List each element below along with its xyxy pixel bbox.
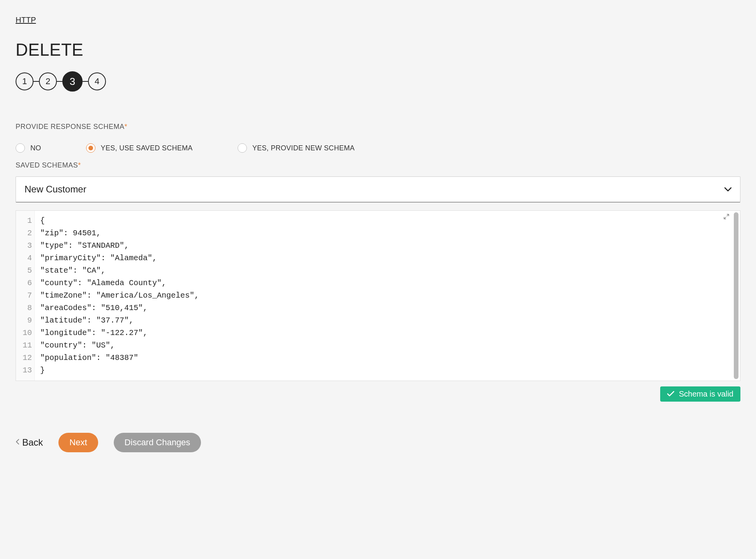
chevron-down-icon (724, 185, 731, 194)
saved-schemas-label-text: SAVED SCHEMAS (16, 161, 78, 169)
gutter-line: 4 (18, 252, 32, 265)
radio-circle-icon (16, 143, 25, 153)
required-mark-icon: * (78, 161, 81, 169)
schema-editor[interactable]: 12345678910111213 {"zip": 94501,"type": … (16, 210, 740, 381)
code-line: "primaryCity": "Alameda", (40, 252, 727, 265)
next-button[interactable]: Next (58, 433, 98, 452)
gutter-line: 9 (18, 314, 32, 327)
code-line: "type": "STANDARD", (40, 240, 727, 252)
radio-circle-icon (86, 143, 95, 153)
chevron-left-icon (16, 439, 19, 446)
gutter-line: 6 (18, 277, 32, 289)
step-3[interactable]: 3 (62, 71, 83, 92)
code-line: } (40, 364, 727, 377)
step-2[interactable]: 2 (39, 72, 57, 90)
code-line: "timeZone": "America/Los_Angeles", (40, 289, 727, 302)
response-schema-label: PROVIDE RESPONSE SCHEMA* (16, 123, 740, 131)
step-connector (83, 81, 88, 82)
status-text: Schema is valid (679, 390, 733, 399)
gutter-line: 8 (18, 302, 32, 314)
back-label: Back (22, 437, 43, 448)
dropdown-value: New Customer (25, 184, 86, 195)
gutter-line: 11 (18, 339, 32, 352)
step-connector (33, 81, 39, 82)
page-title: DELETE (16, 40, 740, 60)
status-badge: Schema is valid (660, 386, 740, 402)
radio-group-schema: NO YES, USE SAVED SCHEMA YES, PROVIDE NE… (16, 143, 740, 153)
code-line: "county": "Alameda County", (40, 277, 727, 289)
scrollbar[interactable] (734, 212, 738, 379)
required-mark-icon: * (125, 123, 128, 130)
check-icon (667, 390, 674, 399)
radio-use-saved-label: YES, USE SAVED SCHEMA (101, 144, 193, 152)
status-row: Schema is valid (16, 386, 740, 402)
radio-provide-new[interactable]: YES, PROVIDE NEW SCHEMA (238, 143, 355, 153)
code-line: "latitude": "37.77", (40, 314, 727, 327)
stepper: 1 2 3 4 (16, 71, 740, 92)
gutter-line: 5 (18, 265, 32, 277)
radio-no-label: NO (30, 144, 41, 152)
action-row: Back Next Discard Changes (16, 433, 740, 452)
gutter-line: 10 (18, 327, 32, 339)
gutter-line: 3 (18, 240, 32, 252)
radio-circle-icon (238, 143, 247, 153)
editor-content[interactable]: {"zip": 94501,"type": "STANDARD","primar… (35, 211, 732, 381)
code-line: "population": "48387" (40, 352, 727, 364)
code-line: "areaCodes": "510,415", (40, 302, 727, 314)
code-line: "state": "CA", (40, 265, 727, 277)
gutter-line: 1 (18, 215, 32, 227)
code-line: "longitude": "-122.27", (40, 327, 727, 339)
gutter-line: 13 (18, 364, 32, 377)
radio-use-saved[interactable]: YES, USE SAVED SCHEMA (86, 143, 193, 153)
gutter-line: 7 (18, 289, 32, 302)
expand-icon[interactable] (724, 214, 729, 221)
radio-provide-new-label: YES, PROVIDE NEW SCHEMA (252, 144, 355, 152)
response-schema-label-text: PROVIDE RESPONSE SCHEMA (16, 123, 125, 130)
saved-schemas-label: SAVED SCHEMAS* (16, 161, 740, 169)
editor-gutter: 12345678910111213 (16, 211, 35, 381)
code-line: "country": "US", (40, 339, 727, 352)
back-button[interactable]: Back (16, 437, 43, 448)
gutter-line: 12 (18, 352, 32, 364)
step-connector (57, 81, 62, 82)
breadcrumb-http[interactable]: HTTP (16, 16, 36, 25)
code-line: "zip": 94501, (40, 227, 727, 240)
saved-schemas-dropdown[interactable]: New Customer (16, 176, 740, 203)
discard-button[interactable]: Discard Changes (114, 433, 201, 452)
step-1[interactable]: 1 (16, 72, 33, 90)
code-line: { (40, 215, 727, 227)
step-4[interactable]: 4 (88, 72, 106, 90)
radio-dot-icon (88, 146, 93, 150)
radio-no[interactable]: NO (16, 143, 41, 153)
gutter-line: 2 (18, 227, 32, 240)
scrollbar-thumb[interactable] (734, 212, 738, 379)
